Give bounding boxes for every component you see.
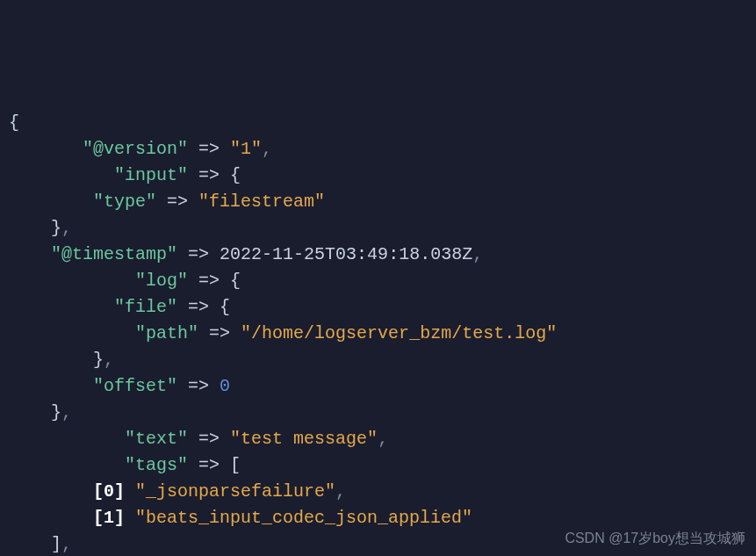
arrow: => [198,139,220,159]
watermark-text: CSDN @17岁boy想当攻城狮 [565,528,745,549]
val-offset: 0 [220,376,230,396]
val-type: "filestream" [198,191,325,212]
val-tag0: "_jsonparsefailure" [135,481,335,502]
key-timestamp: "@timestamp" [51,244,177,264]
key-offset: "offset" [93,376,177,396]
key-input: "input" [114,165,188,185]
key-tags: "tags" [125,455,188,475]
val-text: "test message" [230,429,378,449]
val-tag1: "beats_input_codec_json_applied" [135,508,472,528]
key-type: "type" [93,191,156,212]
code-block: { "@version" => "1", "input" => { "type"… [9,110,747,556]
val-timestamp: 2022-11-25T03:49:18.038Z [220,244,472,264]
val-path: "/home/logserver_bzm/test.log" [241,323,557,343]
key-text: "text" [125,429,188,449]
key-file: "file" [114,297,177,317]
key-version: "@version" [83,139,188,159]
index-0: [0] [93,481,125,502]
key-path: "path" [135,323,198,343]
index-1: [1] [93,508,125,528]
key-log: "log" [135,271,188,291]
val-version: "1" [230,139,262,159]
open-brace: { [9,112,19,133]
